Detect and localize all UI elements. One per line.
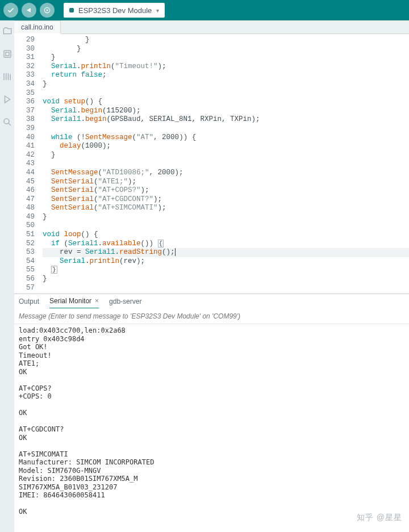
gutter: 2930313233343536373839404142434445464748… xyxy=(14,34,43,294)
folder-icon[interactable] xyxy=(2,26,12,36)
chevron-down-icon: ▾ xyxy=(156,7,159,14)
code-body[interactable]: } } } Serial.println("Timeout!"); return… xyxy=(43,34,409,294)
code-editor[interactable]: 2930313233343536373839404142434445464748… xyxy=(14,34,409,294)
bottom-tabs: Output Serial Monitor× gdb-server xyxy=(14,294,409,308)
board-status-icon xyxy=(69,8,74,12)
serial-input-row xyxy=(14,308,409,324)
library-icon[interactable] xyxy=(2,72,12,82)
editor-tabbar: call.ino.ino xyxy=(14,20,409,34)
watermark: 知乎 @星星 xyxy=(357,513,402,523)
debug-icon[interactable] xyxy=(2,94,12,104)
verify-button[interactable] xyxy=(3,3,18,18)
debug-button[interactable] xyxy=(40,3,55,18)
tab-serial-monitor[interactable]: Serial Monitor× xyxy=(49,294,99,309)
boards-icon[interactable] xyxy=(2,49,12,59)
sidebar xyxy=(0,20,14,532)
board-label: ESP32S3 Dev Module xyxy=(78,6,152,15)
svg-rect-1 xyxy=(4,51,11,57)
board-selector[interactable]: ESP32S3 Dev Module ▾ xyxy=(64,3,165,18)
serial-output[interactable]: load:0x403cc700,len:0x2a68 entry 0x403c9… xyxy=(14,324,409,532)
upload-button[interactable] xyxy=(22,3,36,18)
main-area: call.ino.ino 293031323334353637383940414… xyxy=(0,20,409,532)
svg-rect-2 xyxy=(6,52,9,56)
search-icon[interactable] xyxy=(2,117,12,127)
tab-gdb-server[interactable]: gdb-server xyxy=(109,295,141,308)
content-area: call.ino.ino 293031323334353637383940414… xyxy=(14,20,409,532)
editor-tab[interactable]: call.ino.ino xyxy=(14,20,61,34)
tab-output[interactable]: Output xyxy=(19,295,39,308)
close-icon[interactable]: × xyxy=(95,297,99,305)
svg-point-3 xyxy=(4,119,9,124)
serial-input[interactable] xyxy=(19,312,404,320)
toolbar: ESP32S3 Dev Module ▾ xyxy=(0,0,409,20)
bottom-panel: Output Serial Monitor× gdb-server load:0… xyxy=(14,294,409,532)
